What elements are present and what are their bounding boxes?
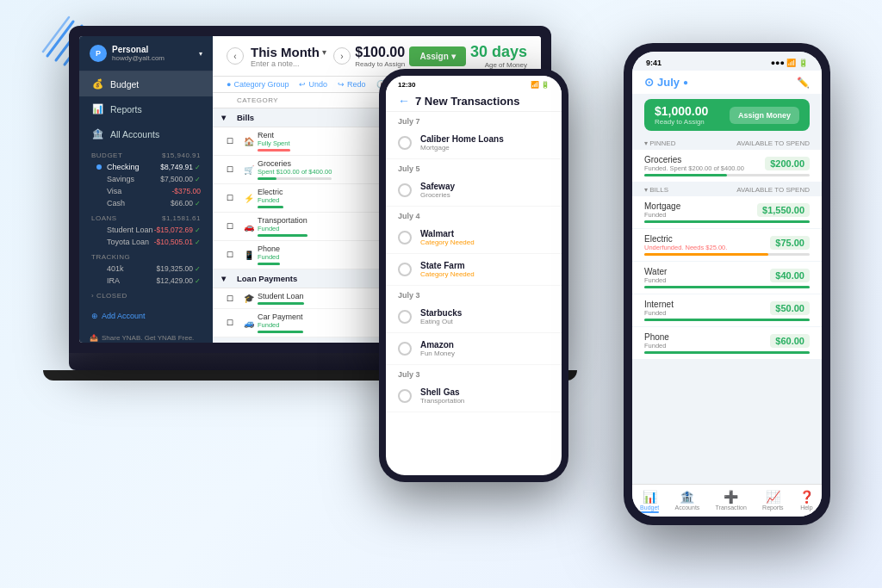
date-group-july3: July 3 (386, 286, 562, 301)
phone-nav-help[interactable]: ❓ Help (799, 490, 814, 513)
sidebar-label-budget: Budget (110, 79, 139, 90)
phone-left-status: 12:30 📶 🔋 (386, 76, 562, 90)
dropdown-icon: ▾ (199, 50, 202, 58)
section-loans: LOANS $1,1581.61 (79, 209, 213, 224)
assign-button[interactable]: Assign ▾ (409, 46, 465, 66)
ready-to-assign: $100.00 Ready to Assign (355, 45, 405, 68)
budget-icon: 💰 (91, 78, 103, 90)
phone-right-ready: $1,000.00 Ready to Assign Assign Money (644, 99, 810, 131)
account-cash[interactable]: Cash $66.00 ✓ (79, 197, 213, 209)
avatar: P (90, 45, 107, 62)
user-info: Personal howdy@yalt.com (112, 45, 194, 62)
phone-nav-reports[interactable]: 📈 Reports (762, 490, 784, 513)
account-toyota-loan[interactable]: Toyota Loan -$10,505.01 ✓ (79, 236, 213, 248)
account-ira[interactable]: IRA $12,429.00 ✓ (79, 275, 213, 287)
account-401k[interactable]: 401k $19,325.00 ✓ (79, 263, 213, 275)
transaction-caliber[interactable]: Caliber Home Loans Mortgage (386, 127, 562, 159)
account-student-loan[interactable]: Student Loan -$15,072.69 ✓ (79, 224, 213, 236)
section-closed: › CLOSED (79, 287, 213, 301)
phone-right-month[interactable]: ⊙ July ● (644, 76, 688, 89)
section-budget: BUDGET $15,940.91 (79, 146, 213, 161)
sidebar-item-reports[interactable]: 📊 Reports (79, 96, 213, 121)
date-group-july3b: July 3 (386, 365, 562, 381)
user-name: Personal (112, 45, 194, 54)
sidebar-label-reports: Reports (110, 104, 142, 115)
phone-bottom-nav: 📊 Budget 🏦 Accounts ➕ Transaction 📈 Repo… (632, 484, 822, 517)
transaction-shell-gas[interactable]: Shell Gas Transportation (386, 381, 562, 412)
reports-icon: 📊 (91, 103, 103, 115)
month-note[interactable]: Enter a note... (251, 59, 326, 68)
toolbar-redo[interactable]: ↪ Redo (338, 80, 366, 89)
transactions-title: 7 New Transactions (415, 95, 519, 108)
phone-assign-button[interactable]: Assign Money (730, 107, 799, 124)
transaction-starbucks[interactable]: Starbucks Eating Out (386, 301, 562, 333)
month-nav: ‹ This Month ▾ Enter a note... › (227, 45, 351, 68)
sidebar-item-all-accounts[interactable]: 🏦 All Accounts (79, 121, 213, 146)
phone-item-internet[interactable]: Internet Funded $50.00 (632, 294, 822, 326)
sidebar-label-all-accounts: All Accounts (110, 129, 159, 139)
phone-nav-accounts[interactable]: 🏦 Accounts (675, 490, 700, 513)
phone-item-phone[interactable]: Phone Funded $60.00 (632, 327, 822, 359)
transaction-walmart[interactable]: Walmart Category Needed (386, 222, 562, 254)
phone-item-mortgage[interactable]: Mortgage Funded $1,550.00 (632, 196, 822, 228)
edit-icon[interactable]: ✏️ (797, 77, 810, 89)
date-group-july7: July 7 (386, 112, 562, 127)
accounts-icon: 🏦 (91, 128, 103, 139)
prev-month-button[interactable]: ‹ (227, 47, 244, 65)
user-email: howdy@yalt.com (112, 54, 194, 62)
age-of-money: 30 days Age of Money (470, 43, 527, 69)
add-account-button[interactable]: ⊕ Add Account (79, 305, 213, 327)
phone-right-screen: 9:41 ●●● 📶 🔋 ⊙ July ● ✏️ $1,000.00 Ready… (632, 52, 822, 517)
phone-left: 12:30 📶 🔋 ← 7 New Transactions July 7 Ca… (379, 69, 568, 482)
toolbar-undo[interactable]: ↩ Undo (299, 80, 327, 89)
phone-left-screen: 12:30 📶 🔋 ← 7 New Transactions July 7 Ca… (386, 76, 562, 475)
account-savings[interactable]: Savings $7,500.00 ✓ (79, 173, 213, 185)
account-checking[interactable]: Checking $8,749.91 ✓ (79, 161, 213, 173)
transaction-safeway[interactable]: Safeway Groceries (386, 175, 562, 207)
account-visa[interactable]: Visa -$375.00 (79, 185, 213, 197)
date-group-july5: July 5 (386, 159, 562, 175)
sidebar-item-budget[interactable]: 💰 Budget (79, 71, 213, 96)
phone-nav-budget[interactable]: 📊 Budget (640, 490, 659, 513)
phone-item-electric[interactable]: Electric Underfunded. Needs $25.00. $75.… (632, 229, 822, 261)
toolbar-category-group[interactable]: ● Category Group (227, 80, 289, 89)
user-profile[interactable]: P Personal howdy@yalt.com ▾ (79, 36, 213, 71)
phone-section-bills: ▾ Bills Available to spend (632, 183, 822, 195)
phone-item-groceries[interactable]: Groceries Funded. Spent $200.00 of $400.… (632, 150, 822, 182)
transaction-state-farm[interactable]: State Farm Category Needed (386, 254, 562, 286)
phone-item-water[interactable]: Water Funded $40.00 (632, 262, 822, 294)
section-tracking: TRACKING (79, 248, 213, 263)
phone-left-header: ← 7 New Transactions (386, 90, 562, 112)
transactions-list: July 7 Caliber Home Loans Mortgage July … (386, 112, 562, 475)
ready-label: Ready to Assign (355, 60, 405, 68)
date-group-july4: July 4 (386, 207, 562, 222)
sidebar-footer: 📤 Share YNAB. Get YNAB Free. (79, 327, 213, 343)
transaction-amazon[interactable]: Amazon Fun Money (386, 333, 562, 365)
back-button[interactable]: ← (398, 94, 410, 108)
phone-nav-transaction[interactable]: ➕ Transaction (716, 490, 747, 513)
phone-right-status: 9:41 ●●● 📶 🔋 (632, 52, 822, 71)
current-month: This Month (251, 45, 320, 59)
sidebar: P Personal howdy@yalt.com ▾ 💰 Budget 📊 R… (79, 36, 213, 343)
month-dropdown-icon[interactable]: ▾ (322, 47, 326, 57)
aom-days: 30 days (470, 43, 527, 61)
phone-right-header: ⊙ July ● ✏️ (632, 71, 822, 94)
phone-section-pinned: ▾ Pinned Available to spend (632, 136, 822, 149)
next-month-button[interactable]: › (333, 47, 351, 65)
aom-label: Age of Money (470, 61, 527, 69)
ready-amount: $100.00 (355, 45, 405, 60)
phone-right: 9:41 ●●● 📶 🔋 ⊙ July ● ✏️ $1,000.00 Ready… (624, 43, 830, 525)
